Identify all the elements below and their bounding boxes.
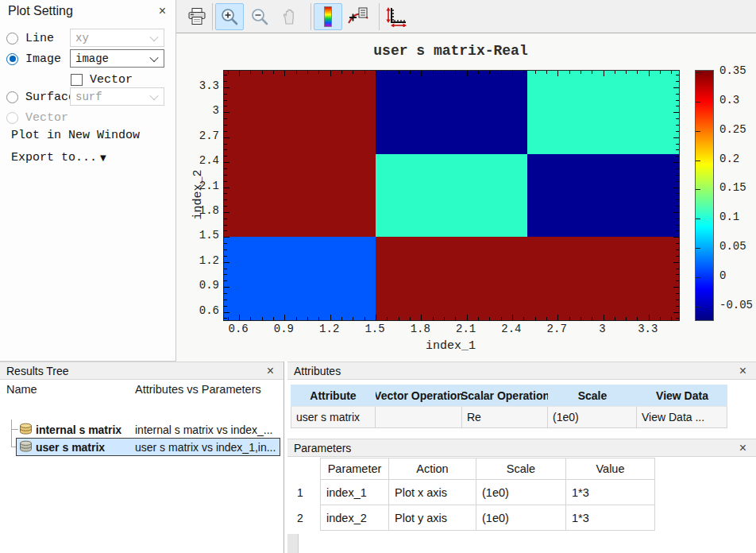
attributes-table: Attribute Vector Operation Scalar Operat… bbox=[291, 385, 727, 428]
data-marker-button[interactable] bbox=[344, 3, 372, 30]
data-marker-icon bbox=[347, 6, 369, 27]
param-cell-parameter[interactable]: index_1 bbox=[320, 480, 389, 505]
minor-tick-mark bbox=[224, 218, 227, 219]
minor-tick-mark bbox=[523, 317, 524, 320]
colorbar-tick-label: 0.05 bbox=[719, 240, 746, 253]
axes-settings-button[interactable] bbox=[382, 3, 411, 30]
minor-tick-mark bbox=[224, 300, 227, 300]
minor-tick-mark bbox=[410, 317, 411, 320]
param-cell-value[interactable]: 1*3 bbox=[566, 480, 655, 505]
attr-col-vector-operation: Vector Operation bbox=[376, 385, 462, 406]
attr-cell-attribute[interactable]: user s matrix bbox=[291, 406, 376, 428]
param-cell-value[interactable]: 1*3 bbox=[566, 505, 655, 531]
major-tick-mark bbox=[673, 287, 679, 288]
major-tick-mark bbox=[649, 71, 650, 76]
major-tick-mark bbox=[224, 237, 230, 238]
attr-cell-vector-operation[interactable] bbox=[376, 406, 462, 428]
major-tick-mark bbox=[673, 162, 679, 163]
y-tick-label: 1.2 bbox=[176, 254, 219, 267]
x-tick-label: 1.2 bbox=[319, 323, 339, 335]
plot-in-new-window-button[interactable]: Plot in New Window bbox=[11, 129, 140, 142]
y-tick-label: 2.1 bbox=[176, 180, 219, 192]
param-cell-action[interactable]: Plot y axis bbox=[389, 505, 476, 531]
image-radio-label: Image bbox=[25, 52, 61, 66]
vector-checkbox[interactable] bbox=[71, 74, 83, 86]
database-yellow-icon bbox=[19, 423, 33, 439]
minor-tick-mark bbox=[224, 249, 227, 250]
major-tick-mark bbox=[673, 262, 679, 263]
major-tick-mark bbox=[224, 137, 230, 138]
minor-tick-mark bbox=[676, 243, 679, 244]
print-button[interactable] bbox=[183, 3, 211, 30]
close-icon[interactable]: × bbox=[159, 5, 166, 17]
minor-tick-mark bbox=[224, 131, 227, 132]
plot-in-new-window-label: Plot in New Window bbox=[11, 129, 140, 142]
close-icon[interactable]: × bbox=[267, 365, 274, 377]
scrollbar-track[interactable] bbox=[287, 534, 299, 553]
minor-tick-mark bbox=[224, 81, 227, 82]
attr-col-view-data: View Data bbox=[637, 385, 727, 406]
heatmap-cell-r2c1 bbox=[224, 154, 376, 238]
export-to-button[interactable]: Export to... ▼ bbox=[11, 151, 106, 164]
major-tick-mark bbox=[673, 188, 679, 188]
image-radio[interactable] bbox=[6, 53, 18, 65]
tree-item-user-s-matrix-detail[interactable]: user s matrix vs index_1,in... bbox=[135, 441, 280, 454]
minor-tick-mark bbox=[676, 249, 679, 250]
database-gray-icon bbox=[19, 440, 33, 456]
y-tick-label: 1.5 bbox=[176, 229, 219, 242]
minor-tick-mark bbox=[224, 149, 227, 150]
attr-cell-scalar-operation[interactable]: Re bbox=[462, 406, 548, 428]
zoom-in-button[interactable] bbox=[215, 3, 244, 30]
heatmap-cell-r2c2 bbox=[376, 154, 528, 238]
x-tick-label: 0.6 bbox=[228, 323, 248, 335]
minor-tick-mark bbox=[489, 71, 490, 74]
tree-item-user-s-matrix[interactable]: user s matrix bbox=[36, 441, 105, 454]
close-icon[interactable]: × bbox=[739, 442, 746, 454]
pan-button[interactable] bbox=[276, 3, 304, 30]
tree-item-internal-s-matrix-detail[interactable]: internal s matrix vs index_... bbox=[135, 423, 273, 436]
minor-tick-mark bbox=[676, 193, 679, 194]
vector-checkbox-row: Vector bbox=[71, 70, 133, 89]
major-tick-mark bbox=[673, 237, 679, 238]
minor-tick-mark bbox=[676, 175, 679, 176]
param-cell-action[interactable]: Plot x axis bbox=[389, 480, 476, 505]
minor-tick-mark bbox=[676, 81, 679, 82]
y-tick-label: 3.3 bbox=[176, 79, 219, 92]
minor-tick-mark bbox=[224, 75, 227, 75]
minor-tick-mark bbox=[444, 71, 445, 74]
colorbar-tick-mark bbox=[696, 218, 700, 219]
close-icon[interactable]: × bbox=[739, 365, 746, 377]
minor-tick-mark bbox=[637, 71, 638, 74]
colorbar-tick-mark bbox=[696, 72, 700, 73]
minor-tick-mark bbox=[676, 144, 679, 145]
attr-cell-scale[interactable]: (1e0) bbox=[548, 406, 637, 428]
minor-tick-mark bbox=[224, 106, 227, 106]
image-type-value: image bbox=[75, 52, 109, 65]
minor-tick-mark bbox=[676, 218, 679, 219]
image-type-select[interactable]: image bbox=[70, 49, 164, 68]
view-data-button[interactable]: View Data ... bbox=[637, 406, 727, 428]
minor-tick-mark bbox=[224, 193, 227, 194]
attr-col-scale: Scale bbox=[548, 385, 637, 406]
heatmap-plot-area[interactable] bbox=[223, 70, 680, 321]
print-icon bbox=[187, 7, 207, 26]
major-tick-mark bbox=[330, 315, 331, 320]
colorbar-tick-label: 0.15 bbox=[719, 181, 746, 194]
minor-tick-mark bbox=[318, 71, 319, 74]
tree-item-internal-s-matrix[interactable]: internal s matrix bbox=[36, 423, 122, 436]
major-tick-mark bbox=[512, 315, 513, 320]
param-cell-parameter[interactable]: index_2 bbox=[320, 505, 389, 531]
colormap-button[interactable] bbox=[314, 3, 342, 30]
minor-tick-mark bbox=[296, 317, 297, 320]
zoom-out-button[interactable] bbox=[245, 3, 274, 30]
x-axis-label: index_1 bbox=[223, 339, 678, 353]
line-radio[interactable] bbox=[6, 33, 18, 44]
param-cell-scale[interactable]: (1e0) bbox=[476, 505, 566, 531]
colorbar-tick-label: 0.3 bbox=[719, 94, 739, 106]
minor-tick-mark bbox=[341, 317, 342, 320]
tree-branch-line bbox=[11, 420, 12, 447]
major-tick-mark bbox=[673, 312, 679, 313]
colorbar-tick-label: 0 bbox=[719, 269, 726, 282]
surface-radio[interactable] bbox=[6, 91, 18, 103]
param-cell-scale[interactable]: (1e0) bbox=[476, 480, 566, 505]
